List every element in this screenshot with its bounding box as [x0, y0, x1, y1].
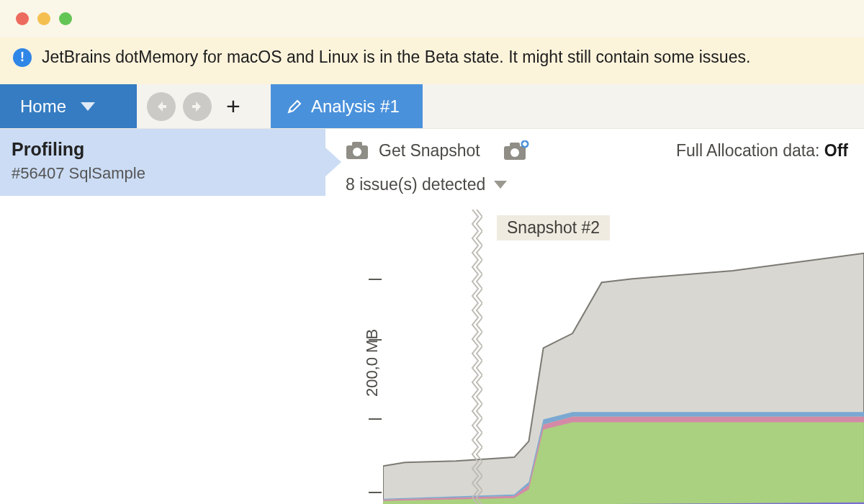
beta-banner: ! JetBrains dotMemory for macOS and Linu…	[0, 37, 864, 84]
chevron-down-icon	[494, 181, 507, 189]
allocation-label: Full Allocation data:	[676, 141, 824, 160]
window-minimize-button[interactable]	[37, 12, 50, 25]
main-toolbar: Get Snapshot Full Allocation data: Off	[346, 129, 864, 166]
svg-rect-4	[510, 143, 520, 148]
get-snapshot-button[interactable]: Get Snapshot	[346, 141, 480, 161]
analysis-tab[interactable]: Analysis #1	[271, 84, 423, 128]
allocation-state: Off	[824, 141, 848, 160]
chart-plot	[383, 210, 864, 504]
home-tab[interactable]: Home	[0, 84, 137, 128]
get-snapshot-label: Get Snapshot	[379, 141, 480, 161]
issues-label: 8 issue(s) detected	[346, 175, 485, 194]
main-panel: Get Snapshot Full Allocation data: Off 8…	[325, 129, 864, 504]
analysis-tab-label: Analysis #1	[311, 96, 400, 117]
allocation-data-toggle[interactable]: Full Allocation data: Off	[676, 141, 848, 161]
camera-icon	[346, 141, 369, 160]
snapshot-marker-label: Snapshot #2	[507, 218, 600, 237]
svg-point-5	[510, 148, 519, 157]
chevron-down-icon	[81, 102, 95, 111]
profiling-session-card[interactable]: Profiling #56407 SqlSample	[0, 129, 325, 196]
nav-forward-button[interactable]	[183, 92, 212, 121]
snapshot-marker[interactable]: Snapshot #2	[497, 215, 610, 240]
chart-tick	[369, 279, 382, 280]
profiling-subtitle: #56407 SqlSample	[12, 164, 314, 183]
home-tab-label: Home	[20, 96, 66, 117]
svg-rect-1	[352, 142, 362, 147]
chart-tick	[369, 339, 382, 341]
window-titlebar	[0, 0, 864, 37]
profiling-title: Profiling	[12, 139, 314, 160]
sidebar: Profiling #56407 SqlSample	[0, 129, 325, 504]
memory-chart[interactable]: 200,0 MB Sn	[325, 210, 864, 504]
time-break-icon	[469, 210, 482, 504]
nav-back-button[interactable]	[147, 92, 176, 121]
chart-tick	[369, 418, 382, 420]
tab-strip: Home + Analysis #1	[0, 84, 864, 129]
info-icon: !	[13, 48, 32, 67]
issues-dropdown[interactable]: 8 issue(s) detected	[346, 166, 864, 199]
camera-gear-icon	[503, 140, 529, 161]
content-area: Profiling #56407 SqlSample Get Snapshot	[0, 129, 864, 504]
svg-point-2	[353, 148, 361, 156]
add-tab-button[interactable]: +	[219, 92, 248, 121]
window-close-button[interactable]	[16, 12, 29, 25]
chart-tick	[369, 492, 382, 493]
banner-text: JetBrains dotMemory for macOS and Linux …	[42, 48, 750, 67]
pencil-icon	[287, 99, 302, 114]
snapshot-settings-button[interactable]	[503, 140, 529, 161]
window-zoom-button[interactable]	[59, 12, 72, 25]
